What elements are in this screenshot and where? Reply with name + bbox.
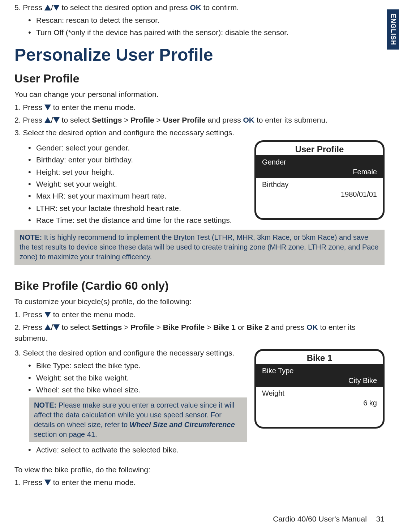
- bp-step1-suffix: to enter the menu mode.: [51, 310, 136, 319]
- step5-prefix: 5. Press: [14, 3, 44, 12]
- note-link: Wheel Size and Circumference: [130, 421, 235, 429]
- gt2: >: [154, 116, 163, 124]
- gt1: >: [122, 116, 130, 124]
- note-text: It is highly recommend to implement the …: [20, 233, 379, 261]
- note-label: NOTE:: [34, 401, 56, 409]
- bullet-birthday: Birthday: enter your birthday.: [36, 154, 247, 165]
- footer-page: 31: [376, 515, 385, 523]
- bp-step1-prefix: 1. Press: [14, 310, 44, 319]
- bp-step2-sel: to select: [60, 323, 92, 331]
- up-step3: 3. Select the desired option and configu…: [14, 127, 385, 138]
- bike-intro: To customize your bicycle(s) profile, do…: [14, 296, 385, 307]
- device-weight-label: Weight: [262, 389, 284, 397]
- up-icon: [44, 324, 51, 330]
- bullet-gender: Gender: select your gender.: [36, 142, 247, 153]
- gt1: >: [122, 323, 130, 331]
- bullet-maxhr: Max HR: set your maximum heart rate.: [36, 191, 247, 201]
- bullet-height: Height: set your height.: [36, 167, 247, 177]
- and: and press: [269, 323, 306, 331]
- down-icon: [44, 312, 51, 318]
- step5-suffix: to confirm.: [201, 3, 239, 12]
- note-label: NOTE:: [20, 233, 42, 241]
- up-step1: 1. Press to enter the menu mode.: [14, 102, 385, 112]
- bullet-biketype: Bike Type: select the bike type.: [36, 360, 247, 371]
- user-profile-heading: User Profile: [14, 72, 385, 85]
- bp-view-intro: To view the bike profile, do the followi…: [14, 464, 385, 475]
- ok-label: OK: [190, 3, 201, 12]
- device-row-gender: Gender Female: [256, 155, 383, 178]
- nav-settings: Settings: [92, 116, 122, 124]
- bullet-active: Active: select to activate the selected …: [36, 444, 247, 455]
- bp-view-step1-suffix: to enter the menu mode.: [51, 478, 136, 486]
- bullet-turnoff: Turn Off (*only if the device has paired…: [36, 27, 385, 38]
- bike-profile-heading: Bike Profile (Cardio 60 only): [14, 279, 385, 293]
- nav-bike2: Bike 2: [246, 323, 269, 331]
- bp-step3: 3. Select the desired option and configu…: [14, 348, 247, 358]
- footer-manual: Cardio 40/60 User's Manual: [273, 515, 367, 523]
- nav-settings: Settings: [92, 323, 122, 331]
- device-title: Bike 1: [256, 351, 383, 364]
- down-icon: [53, 5, 60, 10]
- page-title: Personalize User Profile: [14, 45, 385, 65]
- device-user-profile: User Profile Gender Female Birthday 1980…: [254, 140, 385, 220]
- device-birthday-value: 1980/01/01: [341, 190, 377, 199]
- ok-label: OK: [306, 323, 318, 331]
- device-gender-label: Gender: [262, 158, 286, 166]
- step5-mid: to select the desired option and press: [60, 3, 190, 12]
- device-row-birthday: Birthday 1980/01/01: [256, 178, 383, 200]
- bullet-lthr: LTHR: set your lactate threshold heart r…: [36, 203, 247, 213]
- bp-view-step1: 1. Press to enter the menu mode.: [14, 477, 385, 488]
- device-row-biketype: Bike Type City Bike: [256, 364, 383, 386]
- down-icon: [53, 117, 60, 123]
- up-step1-prefix: 1. Press: [14, 103, 44, 111]
- or: or: [236, 323, 246, 331]
- bp-view-step1-prefix: 1. Press: [14, 478, 44, 486]
- up-step2: 2. Press / to select Settings > Profile …: [14, 115, 385, 125]
- down-icon: [44, 105, 51, 110]
- up-step2-sel: to select: [60, 116, 92, 124]
- nav-bikeprofile: Bike Profile: [163, 323, 205, 331]
- device-gender-value: Female: [353, 168, 377, 176]
- bp-step2-prefix: 2. Press: [14, 323, 44, 331]
- device-title: User Profile: [256, 142, 383, 155]
- and: and press: [206, 116, 243, 124]
- device-biketype-label: Bike Type: [262, 367, 293, 375]
- nav-profile: Profile: [130, 116, 154, 124]
- device-row-weight: Weight 6 kg: [256, 386, 383, 409]
- nav-bike1: Bike 1: [213, 323, 236, 331]
- note-user-profile: NOTE: It is highly recommend to implemen…: [14, 230, 385, 265]
- down-icon: [44, 480, 51, 485]
- device-biketype-value: City Bike: [348, 376, 377, 385]
- step5-line: 5. Press / to select the desired option …: [14, 2, 385, 13]
- device-birthday-label: Birthday: [262, 180, 288, 189]
- footer: Cardio 40/60 User's Manual 31: [273, 515, 385, 523]
- user-profile-intro: You can change your personal information…: [14, 89, 385, 99]
- device-weight-value: 6 kg: [363, 399, 377, 407]
- device-bike1: Bike 1 Bike Type City Bike Weight 6 kg: [254, 349, 385, 429]
- note-text2: section on page 41.: [34, 430, 97, 438]
- nav-profile: Profile: [130, 323, 154, 331]
- bp-step2: 2. Press / to select Settings > Profile …: [14, 322, 385, 343]
- note-bike: NOTE: Please make sure you enter a corre…: [29, 397, 247, 442]
- suffix: to enter its submenu.: [254, 116, 327, 124]
- up-icon: [44, 117, 51, 123]
- bp-step1: 1. Press to enter the menu mode.: [14, 309, 385, 320]
- bullet-race: Race Time: set the distance and time for…: [36, 215, 247, 225]
- up-step1-suffix: to enter the menu mode.: [51, 103, 136, 111]
- down-icon: [53, 324, 60, 330]
- up-step2-prefix: 2. Press: [14, 116, 44, 124]
- gt3: >: [205, 323, 213, 331]
- bullet-bikeweight: Weight: set the bike weight.: [36, 373, 247, 383]
- ok-label: OK: [243, 116, 254, 124]
- language-tab: ENGLISH: [387, 9, 399, 50]
- up-icon: [44, 5, 51, 10]
- gt2: >: [154, 323, 163, 331]
- nav-userprofile: User Profile: [163, 116, 206, 124]
- bullet-rescan: Rescan: rescan to detect the sensor.: [36, 15, 385, 25]
- bullet-weight: Weight: set your weight.: [36, 179, 247, 189]
- bullet-wheel: Wheel: set the bike wheel size.: [36, 384, 247, 395]
